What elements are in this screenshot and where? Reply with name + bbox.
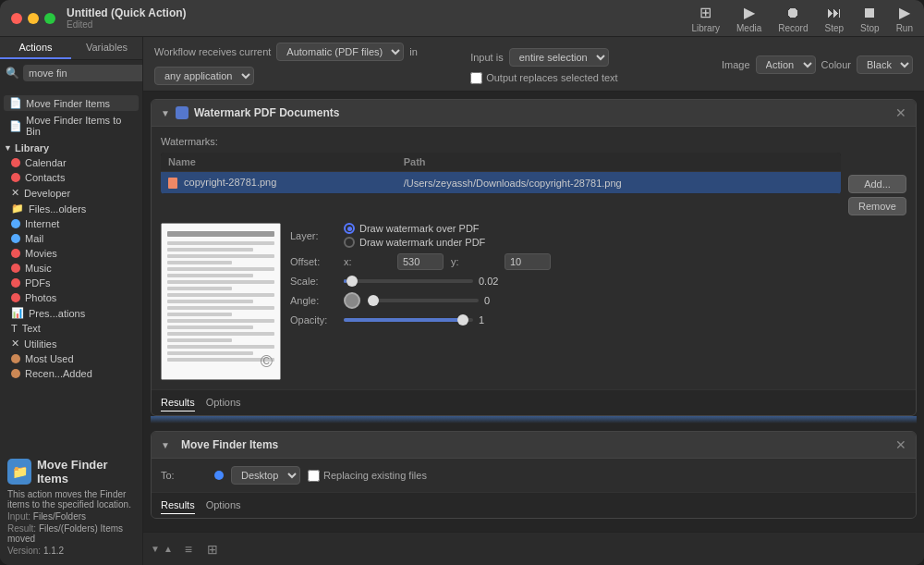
move-results-tab[interactable]: Results (161, 497, 195, 514)
sidebar-item-photos[interactable]: Photos (0, 290, 142, 305)
version-label: Version: (7, 546, 41, 556)
pdf-line-4 (167, 254, 274, 258)
in-select[interactable]: any application (154, 67, 254, 85)
version-value: 1.1.2 (43, 546, 64, 556)
info-input: Input: Files/Folders (7, 511, 135, 522)
sidebar-item-developer[interactable]: ✕ Developer (0, 185, 142, 201)
layer-over-label: Draw watermark over PDF (359, 223, 480, 234)
search-input[interactable] (23, 65, 143, 81)
main-window: Untitled (Quick Action) Edited ⊞ Library… (0, 0, 924, 565)
media-button[interactable]: ▶ Media (736, 4, 761, 33)
media-label: Media (736, 23, 761, 33)
chevron-down-icon[interactable]: ▼ (151, 544, 160, 554)
pdf-line-12 (167, 306, 274, 310)
scale-slider-thumb[interactable] (346, 276, 358, 287)
scale-slider-track[interactable] (344, 279, 473, 283)
sidebar-item-internet[interactable]: Internet (0, 216, 142, 231)
info-version: Version: 1.1.2 (7, 546, 135, 556)
watermarks-label: Watermarks: (161, 136, 906, 147)
watermark-options-tab[interactable]: Options (206, 394, 241, 411)
output-replaces-checkbox[interactable] (470, 72, 482, 84)
watermark-results-tab[interactable]: Results (161, 394, 195, 411)
result-item-2[interactable]: 📄 Move Finder Items to Bin (4, 113, 139, 139)
sidebar-item-music[interactable]: Music (0, 261, 142, 276)
minimize-button[interactable] (28, 13, 39, 24)
sidebar-item-files[interactable]: 📁 Files...olders (0, 201, 142, 216)
chevron-up-icon[interactable]: ▲ (164, 544, 173, 554)
layer-over-radio[interactable]: Draw watermark over PDF (344, 223, 485, 234)
step-button[interactable]: ⏭ Step (824, 5, 844, 33)
output-replaces-label: Output replaces selected text (470, 72, 617, 84)
bottom-bar: ▼ ▲ ≡ ⊞ (143, 532, 924, 565)
move-collapse-icon[interactable]: ▼ (161, 440, 170, 450)
move-close-button[interactable]: ✕ (895, 437, 906, 452)
angle-slider-track[interactable] (368, 299, 479, 302)
most-used-label: Most Used (25, 353, 74, 364)
recently-added-dot (11, 369, 20, 378)
collapse-icon[interactable]: ▼ (161, 108, 170, 118)
utilities-label: Utilities (24, 338, 56, 350)
watermarks-panel: Name Path copyright-28781. (161, 153, 906, 215)
pdf-line-18 (167, 345, 274, 349)
info-card: 📁 Move Finder Items This action moves th… (0, 450, 142, 565)
result-item-1[interactable]: 📄 Move Finder Items (4, 95, 139, 111)
offset-x-input[interactable] (397, 253, 444, 270)
colour-label: Colour (821, 59, 851, 70)
replacing-checkbox[interactable] (308, 470, 320, 482)
utilities-icon: ✕ (11, 338, 19, 350)
move-options-tab[interactable]: Options (206, 497, 241, 514)
window-title: Untitled (Quick Action) (67, 6, 187, 19)
opacity-control: Opacity: 1 (290, 314, 906, 325)
mail-dot (11, 234, 20, 243)
run-label: Run (896, 23, 913, 33)
opacity-slider-thumb[interactable] (457, 314, 468, 325)
sidebar-item-calendar[interactable]: Calendar (0, 155, 142, 170)
library-button[interactable]: ⊞ Library (691, 4, 720, 33)
add-button[interactable]: Add... (848, 175, 906, 193)
layer-radio-group: Draw watermark over PDF Draw watermark u… (344, 223, 485, 248)
record-button[interactable]: ⏺ Record (778, 5, 808, 33)
layer-under-radio[interactable]: Draw watermark under PDF (344, 237, 485, 248)
tab-actions[interactable]: Actions (0, 37, 71, 59)
angle-knob[interactable] (344, 292, 360, 309)
developer-icon: ✕ (11, 187, 19, 199)
replacing-label: Replacing existing files (308, 470, 427, 482)
sidebar-item-presentations[interactable]: 📊 Pres...ations (0, 305, 142, 321)
run-button[interactable]: ▶ Run (896, 4, 913, 33)
photos-dot (11, 293, 20, 302)
receives-label: Workflow receives current (154, 46, 271, 57)
receives-select[interactable]: Automatic (PDF files) (276, 43, 404, 61)
table-header-path: Path (396, 153, 841, 172)
stop-button[interactable]: ⏹ Stop (860, 5, 880, 33)
sidebar-item-text[interactable]: T Text (0, 321, 142, 336)
table-row[interactable]: copyright-28781.png /Users/zeyassh/Downl… (161, 172, 841, 194)
tree-library[interactable]: ▼ Library (0, 141, 142, 155)
sidebar-item-mail[interactable]: Mail (0, 231, 142, 246)
sidebar-item-movies[interactable]: Movies (0, 246, 142, 261)
pdf-line-9 (167, 287, 232, 290)
watermark-close-button[interactable]: ✕ (895, 105, 906, 120)
contacts-label: Contacts (25, 172, 65, 183)
remove-button[interactable]: Remove (848, 197, 906, 215)
bottom-left: ▼ ▲ (151, 544, 173, 554)
maximize-button[interactable] (44, 13, 55, 24)
input-is-select[interactable]: entire selection (509, 48, 609, 67)
sidebar-item-most-used[interactable]: Most Used (0, 351, 142, 366)
replacing-text: Replacing existing files (323, 470, 427, 481)
angle-slider-thumb[interactable] (368, 295, 379, 306)
close-button[interactable] (11, 13, 22, 24)
sidebar-item-contacts[interactable]: Contacts (0, 170, 142, 185)
grid-view-button[interactable]: ⊞ (204, 541, 221, 558)
sidebar-item-recently-added[interactable]: Recen...Added (0, 366, 142, 381)
input-label: Input: (7, 511, 30, 522)
list-view-button[interactable]: ≡ (180, 541, 197, 558)
image-select[interactable]: Action (756, 55, 816, 74)
sidebar-item-pdfs[interactable]: PDFs (0, 276, 142, 290)
tab-variables[interactable]: Variables (71, 37, 142, 59)
colour-select[interactable]: Black (857, 55, 913, 74)
offset-y-input[interactable] (505, 253, 551, 270)
destination-select[interactable]: Desktop (231, 466, 300, 485)
sidebar-item-utilities[interactable]: ✕ Utilities (0, 336, 142, 351)
opacity-slider-track[interactable] (344, 318, 473, 322)
file-icon (168, 178, 177, 189)
